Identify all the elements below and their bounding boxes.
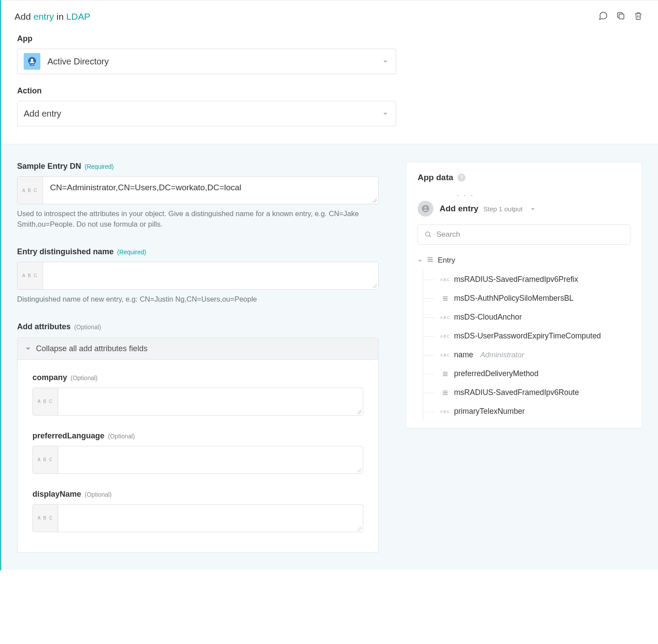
help-icon[interactable]: ? bbox=[458, 174, 465, 181]
abc-prefix: A B C bbox=[18, 262, 43, 289]
svg-text:LDAP: LDAP bbox=[30, 64, 34, 66]
attribute-input[interactable] bbox=[58, 446, 363, 473]
dots-separator: . . . bbox=[418, 190, 630, 193]
action-select-value: Add entry bbox=[24, 109, 61, 119]
tree-item-name: preferredDeliveryMethod bbox=[454, 369, 539, 378]
sample-dn-hint: (Required) bbox=[85, 163, 114, 170]
entry-dn-hint: (Required) bbox=[117, 249, 146, 256]
attribute-input-box: A B C bbox=[32, 504, 363, 532]
attribute-hint: (Optional) bbox=[71, 374, 97, 381]
step-icon bbox=[418, 201, 433, 217]
trash-icon[interactable] bbox=[633, 11, 643, 22]
tree-item-name: primaryTelexNumber bbox=[454, 407, 525, 416]
list-type-icon bbox=[439, 371, 451, 377]
abc-type-icon: ABC bbox=[439, 409, 451, 414]
abc-prefix: A B C bbox=[33, 388, 58, 415]
entry-link[interactable]: entry bbox=[33, 11, 54, 21]
collapse-attributes-toggle[interactable]: Collapse all add attributes fields bbox=[18, 338, 378, 360]
attribute-input[interactable] bbox=[58, 388, 363, 415]
entry-dn-label: Entry distinguished name bbox=[17, 247, 114, 256]
page-title: Add entry in LDAP bbox=[14, 11, 90, 22]
chevron-down-icon bbox=[418, 258, 422, 263]
abc-type-icon: ABC bbox=[439, 315, 451, 320]
app-select-value: Active Directory bbox=[47, 57, 109, 67]
chevron-down-icon[interactable] bbox=[529, 205, 535, 213]
list-type-icon bbox=[439, 390, 451, 396]
tree-item[interactable]: ABCmsDS-UserPasswordExpiryTimeComputed bbox=[423, 327, 630, 345]
comment-icon[interactable] bbox=[598, 11, 608, 22]
abc-prefix: A B C bbox=[33, 446, 58, 473]
tree-item-name: msDS-CloudAnchor bbox=[454, 313, 522, 322]
step-label-text: Add entry bbox=[440, 204, 479, 213]
sample-dn-input[interactable] bbox=[43, 177, 378, 204]
tree-item-value: Administrator bbox=[480, 351, 524, 359]
svg-point-6 bbox=[425, 206, 427, 209]
attribute-label: company bbox=[32, 373, 67, 382]
app-label: App bbox=[17, 34, 32, 43]
tree-item[interactable]: preferredDeliveryMethod bbox=[423, 364, 630, 383]
chevron-down-icon bbox=[383, 110, 388, 117]
tree-item-name: msRADIUS-SavedFramedIpv6Route bbox=[454, 388, 579, 397]
step-sub: Step 1 output bbox=[483, 205, 522, 213]
title-prefix: Add bbox=[14, 11, 33, 21]
title-middle: in bbox=[54, 11, 66, 21]
add-attributes-label: Add attributes bbox=[17, 322, 71, 331]
search-box bbox=[418, 224, 630, 245]
svg-point-2 bbox=[31, 59, 33, 61]
attribute-input-box: A B C bbox=[32, 388, 363, 416]
action-label: Action bbox=[17, 86, 42, 95]
attribute-input[interactable] bbox=[58, 505, 363, 532]
tree-item[interactable]: ABCmsRADIUS-SavedFramedIpv6Prefix bbox=[423, 270, 630, 289]
chevron-down-icon bbox=[383, 58, 388, 65]
tree-item-name: msDS-UserPasswordExpiryTimeComputed bbox=[454, 331, 601, 341]
sample-dn-label: Sample Entry DN bbox=[17, 162, 81, 171]
app-select[interactable]: LDAP Active Directory bbox=[17, 49, 396, 74]
app-data-title: App data bbox=[418, 173, 453, 182]
abc-type-icon: ABC bbox=[439, 334, 451, 338]
tree-item[interactable]: ABCnameAdministrator bbox=[423, 345, 630, 364]
attribute-hint: (Optional) bbox=[85, 491, 111, 498]
search-icon bbox=[424, 231, 432, 238]
attribute-label: displayName bbox=[32, 490, 81, 499]
list-icon bbox=[427, 256, 433, 265]
attribute-label: preferredLanguage bbox=[32, 431, 104, 441]
chevron-down-icon bbox=[25, 346, 31, 351]
entry-dn-input-box: A B C bbox=[17, 262, 379, 290]
sample-dn-input-box: A B C bbox=[17, 176, 379, 204]
add-attributes-hint: (Optional) bbox=[74, 324, 101, 331]
ldap-link[interactable]: LDAP bbox=[66, 11, 90, 21]
step-label[interactable]: Add entry Step 1 output bbox=[440, 204, 522, 213]
abc-prefix: A B C bbox=[18, 177, 43, 204]
tree-root-entry[interactable]: Entry bbox=[418, 253, 630, 268]
attribute-field: company (Optional) A B C bbox=[32, 373, 363, 416]
abc-type-icon: ABC bbox=[439, 353, 451, 357]
active-directory-icon: LDAP bbox=[24, 53, 40, 70]
sample-dn-help: Used to introspect the attributes in you… bbox=[17, 209, 379, 230]
entry-dn-input[interactable] bbox=[43, 262, 378, 289]
entry-dn-help: Distinguished name of new entry, e.g: CN… bbox=[17, 294, 379, 305]
list-type-icon bbox=[439, 295, 451, 302]
attribute-field: preferredLanguage (Optional) A B C bbox=[32, 431, 363, 474]
tree-item-name: msRADIUS-SavedFramedIpv6Prefix bbox=[454, 275, 578, 284]
search-input[interactable] bbox=[436, 230, 624, 239]
tree-root-label: Entry bbox=[438, 256, 455, 265]
svg-rect-0 bbox=[619, 14, 624, 19]
attribute-hint: (Optional) bbox=[108, 433, 135, 440]
abc-prefix: A B C bbox=[33, 505, 58, 532]
tree-item-name: msDS-AuthNPolicySiloMembersBL bbox=[454, 294, 573, 303]
tree-item-name: name bbox=[454, 350, 473, 359]
collapse-attributes-label: Collapse all add attributes fields bbox=[36, 344, 147, 353]
copy-icon[interactable] bbox=[616, 11, 626, 22]
attribute-field: displayName (Optional) A B C bbox=[32, 490, 363, 532]
abc-type-icon: ABC bbox=[439, 278, 451, 282]
svg-point-7 bbox=[426, 232, 430, 236]
tree-item[interactable]: msDS-AuthNPolicySiloMembersBL bbox=[423, 289, 630, 308]
attribute-input-box: A B C bbox=[32, 446, 363, 474]
tree-item[interactable]: msRADIUS-SavedFramedIpv6Route bbox=[423, 383, 630, 402]
tree-item[interactable]: ABCprimaryTelexNumber bbox=[423, 402, 630, 421]
action-select[interactable]: Add entry bbox=[17, 101, 396, 126]
tree-item[interactable]: ABCmsDS-CloudAnchor bbox=[423, 308, 630, 327]
